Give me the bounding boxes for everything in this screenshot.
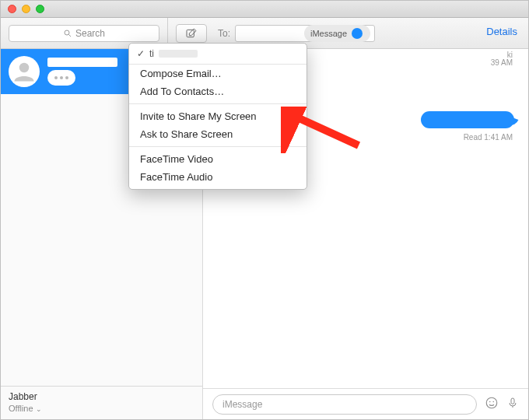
read-receipt: Read 1:41 AM (464, 133, 513, 142)
svg-point-3 (19, 63, 30, 73)
emoji-button[interactable] (485, 396, 499, 413)
dropdown-header-text: ti (149, 48, 154, 59)
svg-line-1 (68, 34, 71, 37)
outgoing-message-bubble (421, 111, 514, 128)
messages-window: Search To: iMessage Details (0, 0, 529, 420)
titlebar (1, 1, 528, 18)
search-icon (63, 29, 72, 38)
fullscreen-window-button[interactable] (36, 5, 44, 13)
smiley-icon (485, 396, 499, 410)
menu-compose-email[interactable]: Compose Email… (129, 65, 307, 82)
dropdown-header[interactable]: ✓ ti (129, 44, 307, 65)
svg-point-0 (65, 30, 69, 35)
menu-add-contacts[interactable]: Add To Contacts… (129, 82, 307, 100)
compose-button[interactable] (176, 24, 207, 43)
menu-separator (129, 103, 307, 104)
message-meta: ki 39 AM (491, 51, 513, 66)
details-link[interactable]: Details (486, 26, 517, 37)
audio-message-button[interactable] (506, 396, 519, 413)
microphone-icon (506, 396, 519, 410)
to-label: To: (218, 28, 230, 39)
typing-indicator-icon (47, 70, 75, 86)
service-pill[interactable]: iMessage (304, 25, 370, 42)
account-state: Offline ⌄ (9, 403, 194, 415)
minimize-window-button[interactable] (22, 5, 30, 13)
message-input[interactable]: iMessage (212, 394, 477, 415)
search-placeholder: Search (75, 28, 105, 39)
traffic-lights (1, 5, 44, 13)
conversation-name (47, 58, 117, 67)
menu-ask-share-screen[interactable]: Ask to Share Screen (129, 125, 307, 143)
message-placeholder: iMessage (222, 399, 262, 410)
svg-point-5 (489, 401, 491, 402)
sidebar-status[interactable]: Jabber Offline ⌄ (1, 386, 202, 419)
svg-point-4 (486, 397, 497, 408)
input-bar: iMessage (203, 388, 528, 419)
speech-bubble-icon (352, 28, 363, 39)
service-label: iMessage (310, 29, 347, 38)
menu-separator (129, 146, 307, 147)
close-window-button[interactable] (8, 5, 16, 13)
contact-dropdown: ✓ ti Compose Email… Add To Contacts… Inv… (128, 43, 307, 190)
chevron-down-icon: ⌄ (36, 405, 42, 413)
menu-invite-share-screen[interactable]: Invite to Share My Screen (129, 107, 307, 125)
menu-facetime-audio[interactable]: FaceTime Audio (129, 168, 307, 186)
svg-rect-2 (187, 30, 194, 37)
account-name: Jabber (9, 391, 194, 404)
compose-icon (185, 27, 198, 40)
menu-facetime-video[interactable]: FaceTime Video (129, 150, 307, 168)
svg-point-6 (493, 401, 495, 402)
checkmark-icon: ✓ (137, 48, 145, 59)
avatar (9, 56, 40, 87)
svg-rect-7 (511, 398, 514, 404)
dropdown-header-name (159, 50, 198, 58)
person-icon (12, 60, 36, 83)
search-input[interactable]: Search (9, 25, 159, 42)
